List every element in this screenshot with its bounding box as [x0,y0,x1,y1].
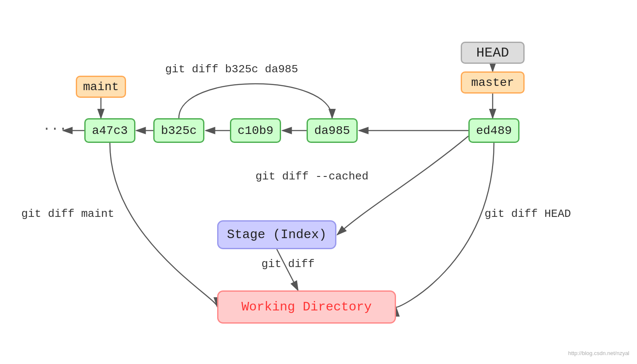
working-directory-box: Working Directory [217,290,396,324]
stage-index-box: Stage (Index) [217,220,336,249]
commit-ed489: ed489 [468,118,519,143]
diff-b325c-da985-label: git diff b325c da985 [165,63,298,76]
branch-master: master [461,71,525,94]
diagram-container: ··· a47c3 b325c c10b9 da985 ed489 maint … [0,0,637,364]
commit-da985: da985 [307,118,358,143]
commit-a47c3: a47c3 [84,118,135,143]
diff-cached-label: git diff --cached [255,170,368,183]
git-diff-label: git diff [261,258,315,270]
diff-head-label: git diff HEAD [485,208,571,220]
branch-maint: maint [76,76,126,98]
watermark: http://blog.csdn.net/nzyal [568,350,629,356]
commit-c10b9: c10b9 [230,118,281,143]
dots-label: ··· [43,121,67,136]
head-label: HEAD [461,42,525,64]
commit-b325c: b325c [153,118,204,143]
diff-maint-label: git diff maint [21,208,114,220]
